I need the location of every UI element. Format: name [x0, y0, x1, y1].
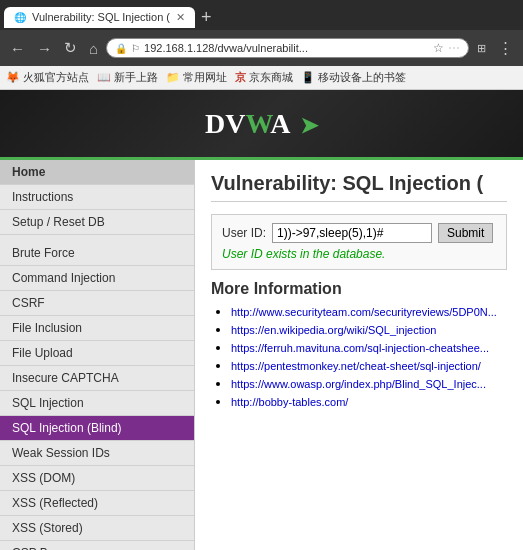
sidebar-item-xss-dom[interactable]: XSS (DOM)	[0, 466, 194, 491]
info-link-4[interactable]: https://pentestmonkey.net/cheat-sheet/sq…	[231, 360, 481, 372]
sidebar-item-xss-reflected[interactable]: XSS (Reflected)	[0, 491, 194, 516]
back-button[interactable]: ←	[6, 38, 29, 59]
info-link-2[interactable]: https://en.wikipedia.org/wiki/SQL_inject…	[231, 324, 436, 336]
reload-button[interactable]: ↻	[60, 37, 81, 59]
bookmarks-bar: 🦊 火狐官方站点 📖 新手上路 📁 常用网址 京 京东商城 📱 移动设备上的书签	[0, 66, 523, 90]
more-options-icon: ⋯	[448, 41, 460, 55]
sidebar: Home Instructions Setup / Reset DB Brute…	[0, 160, 195, 550]
sidebar-item-csrf[interactable]: CSRF	[0, 291, 194, 316]
info-links: http://www.securityteam.com/securityrevi…	[211, 304, 507, 409]
extensions-button[interactable]: ⊞	[473, 40, 490, 57]
sidebar-item-setup[interactable]: Setup / Reset DB	[0, 210, 194, 235]
result-message: User ID exists in the database.	[222, 247, 496, 261]
tab-close-icon[interactable]: ✕	[176, 11, 185, 24]
info-link-3[interactable]: https://ferruh.mavituna.com/sql-injectio…	[231, 342, 489, 354]
browser-chrome: 🌐 Vulnerability: SQL Injection ( ✕ + ← →…	[0, 0, 523, 90]
bookmark-icon: ☆	[433, 41, 444, 55]
content-area: Home Instructions Setup / Reset DB Brute…	[0, 160, 523, 550]
nav-bar: ← → ↻ ⌂ 🔒 ⚐ 192.168.1.128/dvwa/vulnerabi…	[0, 30, 523, 66]
address-bar[interactable]: 🔒 ⚐ 192.168.1.128/dvwa/vulnerabilit... ☆…	[106, 38, 469, 58]
form-row: User ID: Submit	[222, 223, 496, 243]
sidebar-item-home[interactable]: Home	[0, 160, 194, 185]
list-item: http://bobby-tables.com/	[231, 394, 507, 409]
sidebar-item-command-injection[interactable]: Command Injection	[0, 266, 194, 291]
sidebar-item-weak-session[interactable]: Weak Session IDs	[0, 441, 194, 466]
tab-title: Vulnerability: SQL Injection (	[32, 11, 170, 23]
dvwa-logo: DVWA ➤	[205, 108, 318, 140]
sidebar-item-brute-force[interactable]: Brute Force	[0, 241, 194, 266]
more-info-title: More Information	[211, 280, 507, 298]
info-link-5[interactable]: https://www.owasp.org/index.php/Blind_SQ…	[231, 378, 486, 390]
sidebar-item-instructions[interactable]: Instructions	[0, 185, 194, 210]
sidebar-item-xss-stored[interactable]: XSS (Stored)	[0, 516, 194, 541]
forward-button[interactable]: →	[33, 38, 56, 59]
user-id-label: User ID:	[222, 226, 266, 240]
sidebar-item-csp-bypass[interactable]: CSP Bypass	[0, 541, 194, 550]
menu-button[interactable]: ⋮	[494, 37, 517, 59]
list-item: https://pentestmonkey.net/cheat-sheet/sq…	[231, 358, 507, 373]
active-tab[interactable]: 🌐 Vulnerability: SQL Injection ( ✕	[4, 7, 195, 28]
page: DVWA ➤ Home Instructions Setup / Reset D…	[0, 90, 523, 550]
list-item: http://www.securityteam.com/securityrevi…	[231, 304, 507, 319]
bookmark-firefox[interactable]: 🦊 火狐官方站点	[6, 70, 89, 85]
user-id-input[interactable]	[272, 223, 432, 243]
home-button[interactable]: ⌂	[85, 38, 102, 59]
bookmark-jd[interactable]: 京 京东商城	[235, 70, 293, 85]
bookmark-mobile[interactable]: 📱 移动设备上的书签	[301, 70, 406, 85]
submit-button[interactable]: Submit	[438, 223, 493, 243]
list-item: https://en.wikipedia.org/wiki/SQL_inject…	[231, 322, 507, 337]
sidebar-item-file-inclusion[interactable]: File Inclusion	[0, 316, 194, 341]
bookmark-common[interactable]: 📁 常用网址	[166, 70, 227, 85]
address-text: 192.168.1.128/dvwa/vulnerabilit...	[144, 42, 429, 54]
sidebar-item-insecure-captcha[interactable]: Insecure CAPTCHA	[0, 366, 194, 391]
info-link-6[interactable]: http://bobby-tables.com/	[231, 396, 348, 408]
form-area: User ID: Submit User ID exists in the da…	[211, 214, 507, 270]
page-title: Vulnerability: SQL Injection (	[211, 172, 507, 202]
sidebar-item-file-upload[interactable]: File Upload	[0, 341, 194, 366]
lock-icon: 🔒	[115, 43, 127, 54]
new-tab-button[interactable]: +	[201, 7, 212, 28]
list-item: https://ferruh.mavituna.com/sql-injectio…	[231, 340, 507, 355]
sidebar-item-sql-injection[interactable]: SQL Injection	[0, 391, 194, 416]
dvwa-header: DVWA ➤	[0, 90, 523, 160]
bookmark-newbie[interactable]: 📖 新手上路	[97, 70, 158, 85]
sidebar-item-sql-injection-blind[interactable]: SQL Injection (Blind)	[0, 416, 194, 441]
info-link-1[interactable]: http://www.securityteam.com/securityrevi…	[231, 306, 497, 318]
main-content: Vulnerability: SQL Injection ( User ID: …	[195, 160, 523, 550]
tab-bar: 🌐 Vulnerability: SQL Injection ( ✕ +	[0, 0, 523, 30]
list-item: https://www.owasp.org/index.php/Blind_SQ…	[231, 376, 507, 391]
